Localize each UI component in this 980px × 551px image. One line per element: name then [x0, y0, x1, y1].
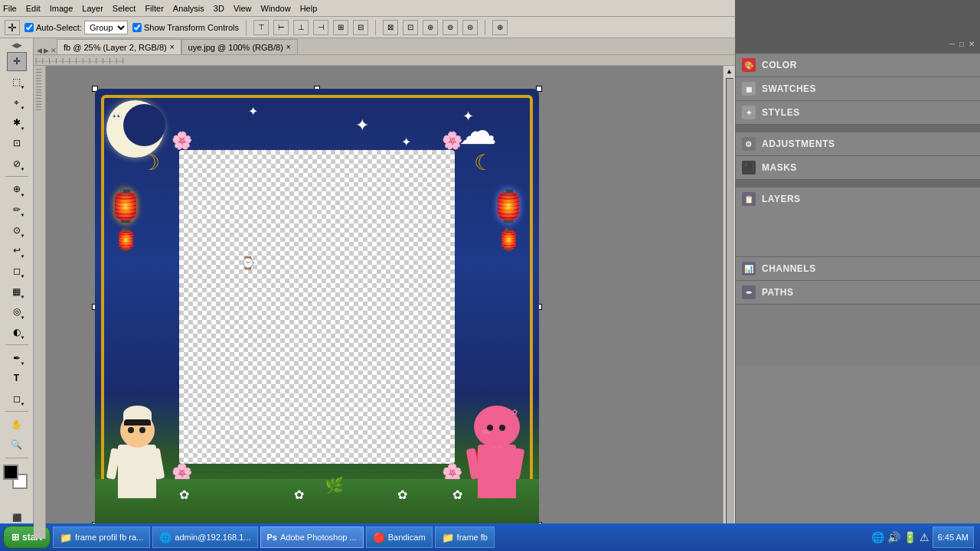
panel-close[interactable]: ✕: [966, 40, 977, 52]
flower-2: ✿: [294, 487, 304, 502]
menu-help[interactable]: Help: [300, 4, 318, 13]
taskbar-btn-admin[interactable]: 🌐 admin@192.168.1...: [152, 527, 257, 548]
show-transform-group: Show Transform Controls: [132, 23, 239, 32]
menu-filter[interactable]: Filter: [145, 4, 163, 13]
menu-file[interactable]: File: [3, 4, 17, 13]
align-btn-1[interactable]: ⊤: [253, 20, 269, 35]
tab-fb-close[interactable]: ×: [170, 43, 175, 51]
brush-tool[interactable]: ✏▼: [7, 201, 27, 220]
adjustments-label: ADJUSTMENTS: [762, 139, 835, 149]
move-tool[interactable]: ✛: [7, 52, 27, 71]
foreground-color-swatch[interactable]: [3, 465, 18, 480]
align-btn-6[interactable]: ⊟: [353, 20, 368, 35]
clone-tool[interactable]: ⊙▼: [7, 220, 27, 240]
panel-gap-1: [736, 125, 980, 132]
distribute-btn-5[interactable]: ⊜: [462, 20, 478, 35]
heal-tool[interactable]: ⊕▼: [7, 180, 27, 199]
canvas-viewport[interactable]: | | | | | | | | | | | | | | |: [34, 66, 735, 539]
panel-row-color[interactable]: 🎨 COLOR: [736, 54, 980, 77]
panel-row-masks[interactable]: ⬛ MASKS: [736, 156, 980, 179]
eyedropper-tool[interactable]: ⊘▼: [7, 154, 27, 173]
hand-tool[interactable]: ✋: [7, 415, 27, 434]
pen-tool[interactable]: ✒▼: [7, 348, 27, 367]
panel-row-channels[interactable]: 📊 CHANNELS: [736, 257, 980, 280]
color-label: COLOR: [762, 60, 797, 70]
distribute-btn-3[interactable]: ⊛: [423, 20, 438, 35]
marquee-tool[interactable]: ⬚▼: [7, 73, 27, 92]
scroll-track-v[interactable]: [726, 78, 733, 527]
align-btn-2[interactable]: ⊢: [273, 20, 289, 35]
paths-label: PATHS: [762, 287, 793, 298]
taskbar-btn-admin-icon: 🌐: [159, 532, 172, 543]
panel-maximize[interactable]: □: [957, 40, 966, 52]
panel-row-styles[interactable]: ✦ STYLES: [736, 101, 980, 124]
menu-bar[interactable]: File Edit Image Layer Select Filter Anal…: [0, 0, 735, 17]
tab-uye-close[interactable]: ×: [286, 43, 291, 51]
blur-tool[interactable]: ◎▼: [7, 302, 27, 321]
panel-minimize[interactable]: ─: [947, 40, 957, 52]
shape-tool[interactable]: ◻▼: [7, 390, 27, 409]
text-tool[interactable]: T: [7, 369, 27, 388]
swatches-icon: ◼: [742, 82, 756, 96]
taskbar-btn-frame-profil[interactable]: 📁 frame profil fb ra...: [53, 527, 150, 548]
panel-section-channels: 📊 CHANNELS: [736, 257, 980, 281]
panel-row-layers[interactable]: 📋 LAYERS: [736, 187, 980, 210]
menu-window[interactable]: Window: [261, 4, 291, 13]
layers-label: LAYERS: [762, 194, 801, 204]
ruler-top: |...|...|...|...|...|...|...|...|...|...…: [35, 57, 124, 64]
scroll-up-arrow[interactable]: ▲: [724, 66, 735, 77]
panel-row-swatches[interactable]: ◼ SWATCHES: [736, 77, 980, 100]
menu-view[interactable]: View: [234, 4, 252, 13]
align-btn-4[interactable]: ⊣: [313, 20, 328, 35]
taskbar-btn-bandicam[interactable]: 🔴 Bandicam: [366, 527, 433, 548]
distribute-btn-4[interactable]: ⊚: [443, 20, 458, 35]
lasso-tool[interactable]: ⌖▼: [7, 93, 27, 112]
gradient-tool[interactable]: ▦▼: [7, 282, 27, 301]
quick-select-tool[interactable]: ✱▼: [7, 113, 27, 132]
start-icon: ⊞: [11, 532, 19, 543]
taskbar-right: 🌐 🔊 🔋 ⚠ 6:45 AM: [871, 527, 977, 548]
tray-battery-icon: 🔋: [903, 531, 916, 543]
workspace-close[interactable]: ✕: [51, 47, 57, 54]
workspace-nav-left[interactable]: ◀: [37, 47, 42, 54]
show-transform-label: Show Transform Controls: [144, 23, 239, 32]
show-transform-checkbox[interactable]: [132, 23, 142, 32]
zoom-tool[interactable]: 🔍: [7, 435, 27, 455]
center-marker: +: [308, 298, 312, 305]
menu-image[interactable]: Image: [50, 4, 74, 13]
tool-divider-2: [5, 344, 28, 345]
auto-align-btn[interactable]: ⊕: [492, 20, 508, 35]
menu-edit[interactable]: Edit: [26, 4, 41, 13]
divider-1: [246, 20, 247, 35]
masks-icon: ⬛: [742, 161, 756, 174]
tab-fb-file[interactable]: fb @ 25% (Layer 2, RGB/8) ×: [57, 39, 181, 54]
auto-select-checkbox[interactable]: [24, 23, 34, 32]
menu-analysis[interactable]: Analysis: [173, 4, 204, 13]
menu-3d[interactable]: 3D: [214, 4, 224, 13]
move-tool-icon[interactable]: ✛: [5, 20, 20, 35]
panel-section-swatches: ◼ SWATCHES: [736, 77, 980, 101]
dodge-tool[interactable]: ◐▼: [7, 323, 27, 342]
character-left: 🏮 📖: [103, 383, 172, 498]
distribute-btn-2[interactable]: ⊡: [403, 20, 418, 35]
panel-section-color: 🎨 COLOR: [736, 54, 980, 77]
taskbar-btn-framefb[interactable]: 📁 frame fb: [435, 527, 495, 548]
auto-select-dropdown[interactable]: Group Layer: [84, 21, 128, 34]
align-btn-5[interactable]: ⊞: [333, 20, 348, 35]
crop-tool[interactable]: ⊡: [7, 134, 27, 153]
distribute-btn-1[interactable]: ⊠: [383, 20, 398, 35]
panel-row-paths[interactable]: ✒ PATHS: [736, 281, 980, 304]
menu-layer[interactable]: Layer: [82, 4, 103, 13]
history-brush-tool[interactable]: ↩▼: [7, 241, 27, 260]
eraser-tool[interactable]: ◻▼: [7, 262, 27, 281]
align-btn-3[interactable]: ⊥: [293, 20, 309, 35]
taskbar-btn-photoshop[interactable]: Ps Adobe Photoshop ...: [260, 527, 364, 548]
toolbar-collapse[interactable]: ◀▶: [11, 41, 22, 49]
panel-row-adjustments[interactable]: ⚙ ADJUSTMENTS: [736, 132, 980, 155]
ruler-left: | | | | | | | | | | | | | | |: [37, 69, 42, 111]
scroll-bar-vertical[interactable]: ▲ ▼: [723, 66, 735, 539]
tab-uye-file[interactable]: uye.jpg @ 100% (RGB/8) ×: [181, 39, 298, 54]
workspace-nav-right[interactable]: ▶: [44, 47, 49, 54]
tool-divider-1: [5, 176, 28, 177]
menu-select[interactable]: Select: [113, 4, 136, 13]
